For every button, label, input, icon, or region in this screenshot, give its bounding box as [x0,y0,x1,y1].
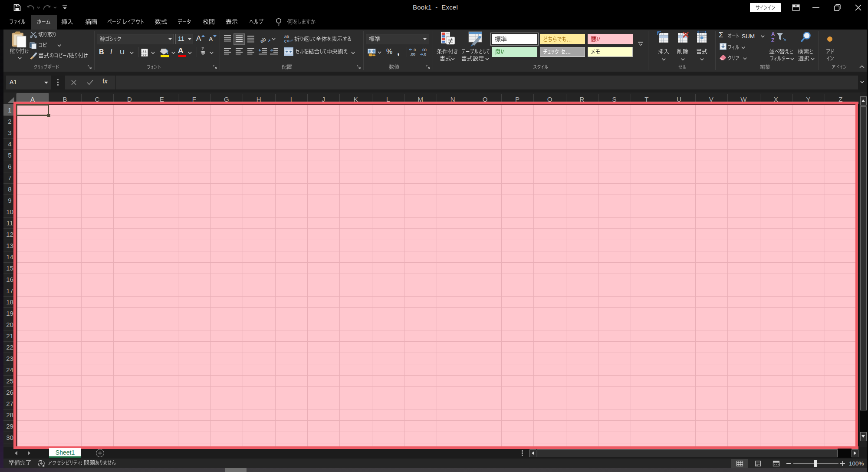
svg-text:.00: .00 [421,48,427,52]
svg-text:ab: ab [259,36,267,44]
svg-text:.00: .00 [410,52,415,56]
svg-text:.0: .0 [423,52,426,56]
svg-text:Z: Z [771,37,774,43]
svg-text:.0: .0 [413,48,416,52]
svg-text:c: c [284,39,286,43]
svg-text:A: A [771,31,775,37]
